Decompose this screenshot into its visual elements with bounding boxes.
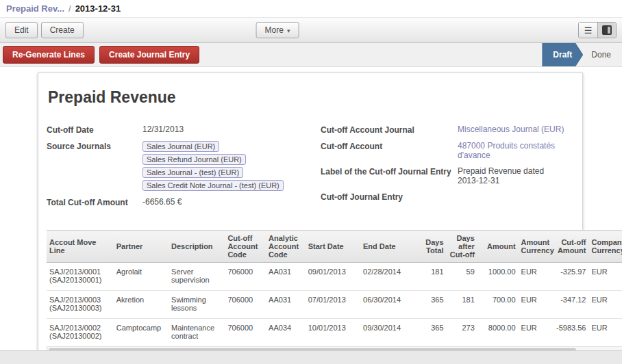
cell-days-total: 181 (419, 263, 446, 291)
cell-company-currency: EUR (588, 291, 622, 319)
column-header: Partner (114, 231, 169, 263)
list-view-button[interactable]: ☰ (579, 23, 597, 38)
cell-end-date: 09/30/2014 (360, 319, 419, 347)
entry-label-value: Prepaid Revenue dated 2013-12-31 (458, 166, 567, 185)
journal-tag: Sales Journal (EUR) (142, 141, 219, 152)
toolbar: Edit Create More▾ ☰ (0, 17, 622, 43)
cell-company-currency: EUR (588, 319, 622, 347)
cutoff-account-label: Cut-off Account (321, 141, 458, 160)
regenerate-lines-button[interactable]: Re-Generate Lines (3, 46, 95, 64)
column-header: Cut-off Amount (552, 231, 589, 263)
cell-account-code: 706000 (225, 291, 266, 319)
field-cutoff-date: Cut-off Date 12/31/2013 (47, 125, 321, 135)
status-done[interactable]: Done (583, 50, 622, 60)
cell-account-code: 706000 (225, 263, 266, 291)
form-column-right: Cut-off Account Journal Miscellaneous Jo… (321, 125, 574, 213)
cell-amount: 1000.00 (477, 263, 519, 291)
list-view-icon: ☰ (584, 26, 593, 35)
field-source-journals: Source Journals Sales Journal (EUR) Sale… (47, 141, 321, 191)
create-button[interactable]: Create (41, 22, 84, 38)
form-view-icon (602, 25, 612, 35)
cutoff-lines-table: Accout Move Line Partner Description Cut… (47, 230, 622, 354)
edit-button[interactable]: Edit (5, 22, 38, 38)
cell-move-line: SAJ/2013/0002 (SAJ20130002) (47, 319, 114, 347)
table-row[interactable]: SAJ/2013/0003 (SAJ20130003) Akretion Swi… (47, 291, 622, 319)
more-button-label: More (265, 25, 284, 35)
cutoff-account-journal-link[interactable]: Miscellaneous Journal (EUR) (458, 125, 564, 135)
cell-end-date: 02/28/2014 (360, 263, 419, 291)
total-cutoff-amount-value: -6656.65 € (142, 197, 182, 207)
cell-company-currency: EUR (588, 263, 622, 291)
field-cutoff-account-journal: Cut-off Account Journal Miscellaneous Jo… (321, 125, 574, 135)
journal-tag: Sales Credit Note Journal - (test) (EUR) (142, 180, 284, 191)
cell-amount: 700.00 (477, 291, 519, 319)
statusbar: Draft Done (542, 43, 622, 66)
cutoff-account-journal-label: Cut-off Account Journal (321, 125, 458, 135)
cell-description: Maintenance contract (169, 319, 225, 347)
cell-description: Swimming lessons (169, 291, 225, 319)
cutoff-account-link[interactable]: 487000 Produits constatés d'avance (458, 141, 567, 160)
cell-move-line: SAJ/2013/0003 (SAJ20130003) (47, 291, 114, 319)
create-journal-entry-button[interactable]: Create Journal Entry (99, 46, 199, 64)
source-journals-tags: Sales Journal (EUR) Sales Refund Journal… (142, 141, 308, 191)
column-header: Accout Move Line (47, 231, 114, 263)
form-column-left: Cut-off Date 12/31/2013 Source Journals … (47, 125, 321, 213)
caret-down-icon: ▾ (287, 27, 290, 34)
breadcrumb-separator: / (69, 3, 71, 14)
content-area: Prepaid Revenue Cut-off Date 12/31/2013 … (0, 67, 622, 350)
cell-move-line: SAJ/2013/0001 (SAJ20130001) (47, 263, 114, 291)
cutoff-journal-entry-label: Cut-off Journal Entry (321, 192, 458, 202)
cell-days-after: 59 (447, 263, 477, 291)
cell-amount: 8000.00 (477, 319, 519, 347)
cell-end-date: 06/30/2014 (360, 291, 419, 319)
cell-start-date: 10/01/2013 (306, 319, 360, 347)
column-header: Cut-off Account Code (225, 231, 266, 263)
cell-partner: Agrolait (114, 263, 169, 291)
column-header: Description (169, 231, 225, 263)
status-draft[interactable]: Draft (542, 43, 583, 66)
journal-tag: Sales Refund Journal (EUR) (142, 154, 246, 165)
field-total-cutoff-amount: Total Cut-off Amount -6656.65 € (47, 197, 321, 207)
cell-days-total: 365 (419, 291, 446, 319)
column-header: Analytic Account Code (266, 231, 306, 263)
footer-bar (0, 350, 622, 364)
cell-amount-currency: EUR (519, 319, 552, 347)
total-cutoff-amount-label: Total Cut-off Amount (47, 197, 142, 207)
cell-days-total: 365 (419, 319, 446, 347)
more-button[interactable]: More▾ (256, 22, 299, 38)
cell-days-after: 181 (447, 291, 477, 319)
column-header: Days Total (419, 231, 446, 263)
more-dropdown: More▾ (256, 22, 299, 38)
breadcrumb: Prepaid Rev... / 2013-12-31 (0, 0, 622, 17)
page-title: Prepaid Revenue (48, 88, 574, 107)
table-row[interactable]: SAJ/2013/0001 (SAJ20130001) Agrolait Ser… (47, 263, 622, 291)
breadcrumb-current: 2013-12-31 (75, 3, 121, 14)
cell-analytic-code: AA031 (266, 263, 306, 291)
cell-cutoff-amount: -325.97 (552, 263, 589, 291)
column-header: Start Date (306, 231, 360, 263)
cell-analytic-code: AA034 (266, 319, 306, 347)
cell-account-code: 706000 (225, 319, 266, 347)
form-sheet: Prepaid Revenue Cut-off Date 12/31/2013 … (38, 73, 583, 364)
breadcrumb-parent-link[interactable]: Prepaid Rev... (6, 3, 64, 14)
form-grid: Cut-off Date 12/31/2013 Source Journals … (47, 125, 574, 213)
action-row: Re-Generate Lines Create Journal Entry D… (0, 43, 622, 67)
cell-start-date: 09/01/2013 (306, 263, 360, 291)
cutoff-date-value: 12/31/2013 (142, 125, 184, 135)
column-header: Company Currency (588, 231, 622, 263)
cell-days-after: 273 (447, 319, 477, 347)
cell-amount-currency: EUR (519, 263, 552, 291)
field-cutoff-journal-entry: Cut-off Journal Entry (321, 192, 574, 202)
cell-analytic-code: AA031 (266, 291, 306, 319)
field-entry-label: Label of the Cut-off Journal Entry Prepa… (321, 166, 574, 185)
column-header: Amount (477, 231, 519, 263)
form-view-button[interactable] (597, 23, 616, 38)
column-header: Days after Cut-off (447, 231, 477, 263)
table-row[interactable]: SAJ/2013/0002 (SAJ20130002) Camptocamp M… (47, 319, 622, 347)
source-journals-label: Source Journals (47, 141, 142, 191)
column-header: End Date (360, 231, 419, 263)
cell-cutoff-amount: -347.12 (552, 291, 589, 319)
view-switcher: ☰ (578, 22, 617, 38)
cell-start-date: 07/01/2013 (306, 291, 360, 319)
cell-partner: Akretion (114, 291, 169, 319)
